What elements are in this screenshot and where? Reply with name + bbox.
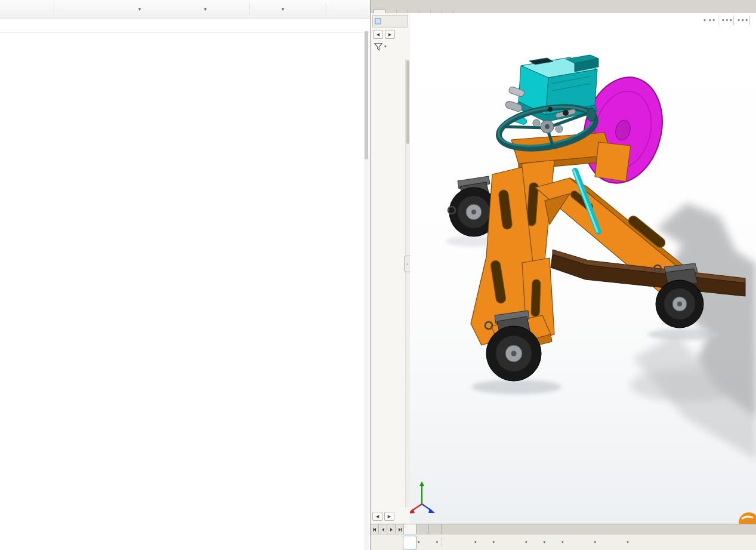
tree-forward-button[interactable]: ▶	[385, 30, 395, 39]
toolbar-divider	[718, 16, 718, 25]
scrollbar-thumb[interactable]	[365, 31, 368, 159]
tab-assembly[interactable]	[374, 9, 385, 13]
tab-motion-study[interactable]	[429, 524, 442, 534]
tab-scroll-right-button[interactable]	[387, 524, 396, 534]
assembly-model	[410, 13, 756, 524]
chevron-down-icon: ▾	[730, 18, 732, 23]
toolbar-organize-button[interactable]: ▾	[132, 0, 144, 18]
rectangle-icon[interactable]	[547, 536, 560, 549]
toolbar-divider	[54, 2, 54, 16]
feature-tree-panel: ◀ ▶ ▾ › ◀ ▶	[371, 13, 411, 524]
assembly-doc-icon	[375, 18, 381, 24]
chevron-down-icon: ▾	[138, 7, 141, 12]
sketch-point-icon[interactable]	[445, 536, 459, 549]
panel-header	[372, 15, 408, 27]
view-settings-icon[interactable]	[743, 20, 745, 21]
circle-icon[interactable]	[510, 536, 524, 549]
line-icon[interactable]	[478, 536, 492, 549]
feature-tree	[371, 59, 406, 508]
chevron-down-icon: ▾	[627, 540, 629, 545]
headsup-toolbar: ▾ ▾ ▾ ▾ ▾ ▾ ▾ ▾ ▾	[702, 16, 753, 25]
breadcrumb	[0, 19, 370, 33]
toolbar-new-button[interactable]: ▾	[198, 0, 210, 18]
section-view-icon[interactable]	[711, 20, 712, 21]
tree-hscroll-left[interactable]: ◀	[372, 512, 382, 521]
mirror-icon[interactable]	[659, 536, 672, 549]
chevron-down-icon: ▾	[282, 7, 284, 12]
tab-scroll-first-button[interactable]	[371, 524, 379, 534]
tab-model[interactable]	[404, 524, 416, 534]
chevron-down-icon: ▾	[544, 540, 546, 545]
tree-nav: ◀ ▶	[371, 27, 410, 39]
chevron-down-icon: ▾	[493, 540, 495, 545]
lasso-select-icon[interactable]	[421, 536, 435, 549]
toolbar-divider	[326, 2, 326, 16]
spline-icon[interactable]	[579, 536, 593, 549]
magnifier-icon[interactable]	[752, 20, 753, 21]
tree-hscroll-right[interactable]: ▶	[384, 512, 394, 521]
toolbar-open-button[interactable]: ▾	[276, 0, 288, 18]
solidworks-window: ◀ ▶ ▾ › ◀ ▶	[370, 0, 756, 550]
tree-vertical-scrollbar[interactable]	[405, 59, 410, 508]
edit-appearance-icon[interactable]	[736, 20, 737, 21]
select-arrow-button[interactable]	[403, 536, 416, 549]
chevron-down-icon: ▾	[745, 18, 748, 23]
chevron-down-icon: ▾	[418, 540, 420, 545]
chevron-down-icon: ▾	[204, 7, 206, 12]
toolbar-divider	[249, 2, 250, 16]
annotation-sheet-icon[interactable]	[715, 20, 716, 21]
chevron-down-icon: ▾	[594, 540, 597, 545]
toolbar-select-button[interactable]	[339, 0, 346, 18]
view-orientation-icon[interactable]	[720, 20, 721, 21]
tab-scroll-left-button[interactable]	[379, 524, 387, 534]
filter-funnel-icon	[374, 42, 383, 51]
filter-wand-icon[interactable]	[388, 536, 402, 549]
file-grid	[2, 33, 362, 550]
toolbar-divider	[733, 16, 734, 25]
chevron-down-icon: ▾	[474, 540, 477, 545]
explorer-toolbar: ▾ ▾ ▾	[0, 0, 370, 19]
previous-view-icon[interactable]	[707, 20, 708, 21]
arc-icon[interactable]	[529, 536, 542, 549]
chevron-down-icon: ▾	[436, 540, 439, 545]
apply-scene-icon[interactable]	[740, 20, 741, 21]
zoom-fit-icon[interactable]	[702, 20, 703, 21]
tree-back-button[interactable]: ◀	[373, 30, 383, 39]
orientation-triad	[410, 481, 435, 514]
smart-dimension-icon[interactable]	[459, 536, 473, 549]
tree-horizontal-scrollbar: ◀ ▶	[372, 512, 394, 521]
chevron-down-icon: ▾	[384, 44, 387, 49]
file-explorer: ▾ ▾ ▾	[0, 0, 370, 550]
convert-entities-icon[interactable]	[644, 536, 658, 549]
ellipse-icon[interactable]	[597, 536, 611, 549]
tab-scroll-last-button[interactable]	[396, 524, 404, 534]
graphics-area[interactable]: ▾ ▾ ▾ ▾ ▾ ▾ ▾ ▾ ▾	[410, 13, 756, 524]
hide-show-items-icon[interactable]	[728, 20, 729, 21]
toolbar-divider	[749, 16, 750, 25]
polygon-icon[interactable]	[565, 536, 579, 549]
fillet-icon[interactable]	[612, 536, 625, 549]
toolbar-divider	[442, 537, 442, 547]
explorer-scrollbar[interactable]	[364, 31, 369, 550]
study-tab-bar	[371, 524, 756, 534]
centerline-icon[interactable]	[496, 536, 510, 549]
solidworks-logo	[739, 512, 756, 524]
bottom-toolbar: ▾ ▾ ▾ ▾ ▾ ▾ ▾ ▾ ▾	[371, 534, 756, 550]
scrollbar-thumb[interactable]	[406, 60, 409, 144]
selection-filter-icon[interactable]	[374, 536, 388, 549]
filter-button[interactable]: ▾	[371, 39, 410, 53]
trim-icon[interactable]	[630, 536, 644, 549]
chevron-down-icon: ▾	[561, 540, 564, 545]
chevron-down-icon: ▾	[525, 540, 527, 545]
ribbon-tab-bar	[371, 0, 756, 14]
tab-3d-views[interactable]	[416, 524, 429, 534]
display-style-icon[interactable]	[724, 20, 725, 21]
